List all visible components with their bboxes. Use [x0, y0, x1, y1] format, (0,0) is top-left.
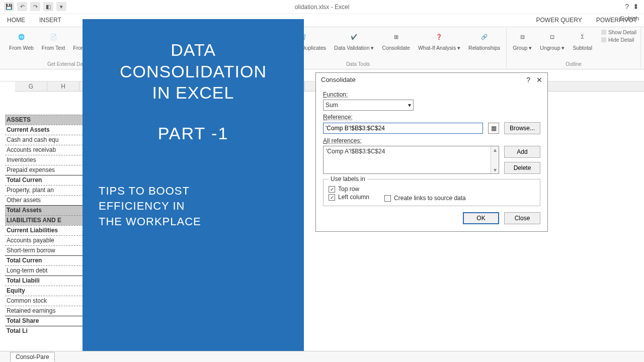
consolidate-icon: ⊞ — [389, 30, 403, 44]
redo-icon[interactable]: ↷ — [30, 2, 40, 11]
quick-access-toolbar: 💾 ↶ ↷ ◧ ▾ — [4, 2, 66, 11]
title-bar: 💾 ↶ ↷ ◧ ▾ olidation.xlsx - Excel ? ⬍ — [0, 0, 644, 14]
sheet-cell[interactable]: ASSETS — [5, 115, 83, 125]
list-item[interactable]: 'Comp A'!$B$3:$C$24 — [326, 148, 385, 155]
delete-button[interactable]: Delete — [504, 162, 540, 174]
title-overlay: DATA CONSOLIDATION IN EXCEL PART -1 TIPS… — [83, 19, 304, 358]
reference-label: Reference: — [323, 114, 353, 121]
sheet-cell[interactable]: Total Share — [5, 316, 83, 326]
balance-sheet-range: ASSETSCurrent AssetsCash and cash equAcc… — [5, 115, 83, 336]
close-icon[interactable]: ✕ — [536, 76, 542, 84]
sheet-cell[interactable]: Total Curren — [5, 255, 83, 265]
help-icon[interactable]: ? — [526, 76, 530, 84]
chevron-down-icon: ▾ — [494, 166, 497, 173]
sheet-cell[interactable]: Inventories — [5, 155, 83, 165]
reference-input[interactable] — [323, 123, 483, 134]
sheet-cell[interactable]: Total Li — [5, 326, 83, 336]
relationships-button[interactable]: 🔗Relationships — [466, 29, 502, 52]
camera-icon[interactable]: ◧ — [43, 2, 53, 11]
whatif-icon: ❓ — [432, 30, 446, 44]
sheet-cell[interactable]: Accounts payable — [5, 235, 83, 245]
ribbon-group-outline: ⊟Group ▾ ⊡Ungroup ▾ ΣSubtotal Show Detai… — [507, 28, 641, 68]
sheet-cell[interactable]: Current Liabilities — [5, 225, 83, 235]
help-icon[interactable]: ? — [625, 3, 629, 11]
from-text-button[interactable]: 📄From Text — [40, 29, 67, 52]
subtotal-icon: Σ — [576, 30, 590, 44]
sheet-cell[interactable]: Total Liabili — [5, 276, 83, 286]
sheet-cell[interactable]: Common stock — [5, 296, 83, 306]
sheet-cell[interactable]: Short-term borrow — [5, 245, 83, 255]
column-header[interactable]: H — [47, 81, 79, 91]
ungroup-button[interactable]: ⊡Ungroup ▾ — [538, 29, 567, 52]
sheet-cell[interactable]: Prepaid expenses — [5, 165, 83, 175]
undo-icon[interactable]: ↶ — [17, 2, 27, 11]
tab-home[interactable]: HOME — [0, 14, 32, 27]
function-label: Function: — [323, 91, 348, 98]
save-icon[interactable]: 💾 — [4, 2, 14, 11]
dialog-titlebar[interactable]: Consolidate ? ✕ — [316, 73, 547, 87]
sheet-tabs: Consol-Pare — [0, 351, 644, 362]
dialog-title-text: Consolidate — [321, 76, 356, 84]
user-name: Gobish — [620, 15, 639, 22]
group-icon: ⊟ — [515, 30, 529, 44]
function-select[interactable]: Sum ▾ — [323, 100, 414, 111]
sheet-cell[interactable]: Long-term debt — [5, 265, 83, 276]
overlay-subtitle: TIPS TO BOOST EFFICIENCY IN THE WORKPLAC… — [99, 184, 288, 230]
all-references-listbox[interactable]: 'Comp A'!$B$3:$C$24 ▴▾ — [323, 146, 499, 174]
sheet-cell[interactable]: Current Assets — [5, 125, 83, 135]
consolidate-dialog: Consolidate ? ✕ Function: Sum ▾ Referenc… — [315, 72, 548, 232]
relationships-icon: 🔗 — [477, 30, 492, 44]
text-file-icon: 📄 — [46, 30, 60, 44]
sheet-cell[interactable]: Accounts receivab — [5, 145, 83, 155]
document-title: olidation.xlsx - Excel — [295, 4, 350, 11]
sheet-cell[interactable]: LIABILITIES AND E — [5, 215, 83, 225]
top-row-checkbox[interactable]: ✓Top row — [329, 186, 369, 193]
sheet-cell[interactable]: Property, plant an — [5, 185, 83, 195]
plus-icon — [601, 30, 606, 35]
title-bar-help: ? ⬍ — [625, 3, 639, 11]
column-header[interactable]: G — [15, 81, 47, 91]
from-web-button[interactable]: 🌐From Web — [7, 29, 36, 52]
globe-icon: 🌐 — [14, 30, 28, 44]
use-labels-fieldset: Use labels in ✓Top row ✓Left column Crea… — [323, 179, 540, 206]
minus-icon — [601, 37, 606, 42]
group-label: Outline — [511, 61, 636, 67]
chevron-up-icon: ▴ — [494, 146, 497, 153]
chevron-down-icon: ▾ — [408, 102, 411, 109]
range-picker-icon[interactable]: ▦ — [488, 123, 499, 134]
sheet-tab-active[interactable]: Consol-Pare — [10, 352, 55, 361]
all-references-label: All references: — [323, 137, 362, 144]
sheet-cell[interactable]: Equity — [5, 286, 83, 296]
sheet-cell[interactable]: Other assets — [5, 195, 83, 205]
scrollbar[interactable]: ▴▾ — [491, 146, 499, 173]
browse-button[interactable]: Browse... — [504, 122, 540, 134]
tab-powerquery[interactable]: POWER QUERY — [529, 14, 589, 27]
add-button[interactable]: Add — [504, 146, 540, 158]
sheet-cell[interactable]: Total Assets — [5, 205, 83, 215]
hide-detail-button[interactable]: Hide Detail — [601, 37, 636, 43]
sheet-cell[interactable]: Total Curren — [5, 175, 83, 185]
group-button[interactable]: ⊟Group ▾ — [511, 29, 534, 52]
close-button[interactable]: Close — [504, 212, 540, 224]
create-links-checkbox[interactable]: Create links to source data — [384, 195, 466, 202]
ungroup-icon: ⊡ — [545, 30, 559, 44]
consolidate-button[interactable]: ⊞Consolidate — [380, 29, 412, 52]
ribbon-collapse-icon[interactable]: ⬍ — [633, 3, 639, 11]
data-validation-button[interactable]: ✔️Data Validation ▾ — [332, 29, 376, 52]
show-detail-button[interactable]: Show Detail — [601, 29, 636, 35]
left-column-checkbox[interactable]: ✓Left column — [329, 194, 369, 201]
validation-icon: ✔️ — [347, 30, 361, 44]
what-if-button[interactable]: ❓What-If Analysis ▾ — [416, 29, 462, 52]
overlay-title: DATA CONSOLIDATION IN EXCEL — [99, 39, 288, 104]
use-labels-legend: Use labels in — [329, 175, 367, 183]
dropdown-icon[interactable]: ▾ — [56, 2, 66, 11]
overlay-part: PART -1 — [99, 124, 288, 143]
tab-insert[interactable]: INSERT — [32, 14, 68, 27]
sheet-cell[interactable]: Cash and cash equ — [5, 135, 83, 145]
sheet-cell[interactable]: Retained earnings — [5, 306, 83, 316]
subtotal-button[interactable]: ΣSubtotal — [571, 29, 594, 52]
ok-button[interactable]: OK — [463, 212, 499, 224]
